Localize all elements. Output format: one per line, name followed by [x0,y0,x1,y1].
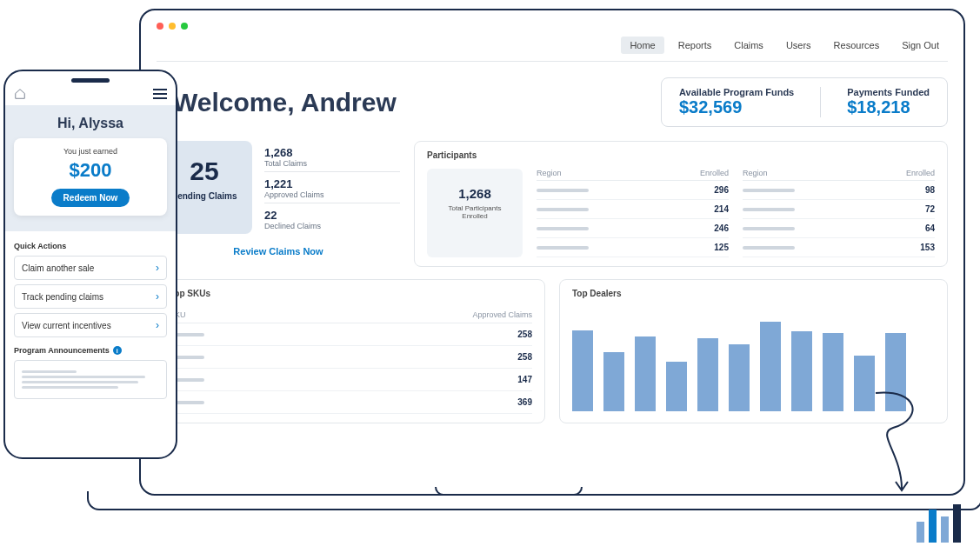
placeholder-bar [537,246,589,250]
top-skus-title: Top SKUs [170,289,532,298]
arrow-decoration-icon [841,384,928,497]
payments-funded-value: $18,218 [847,97,930,117]
available-funds-label: Available Program Funds [679,87,794,97]
nav-claims[interactable]: Claims [725,37,772,54]
greeting-hero: Hi, Alyssa You just earned $200 Redeem N… [5,105,176,231]
chevron-right-icon: › [156,262,159,274]
col-region: Region [743,169,768,177]
top-skus-panel: Top SKUs SKU Approved Claims 258 258 147… [157,279,545,423]
maximize-dot-icon[interactable] [181,23,188,30]
window-controls [157,23,948,30]
announcement-card[interactable] [14,360,167,399]
minimize-dot-icon[interactable] [169,23,176,30]
participants-title: Participants [427,150,935,160]
col-region: Region [537,169,562,177]
phone-notch [71,78,110,83]
top-dealers-title: Top Dealers [572,289,935,298]
stat-value: 1,268 [264,146,400,159]
region-table-1: Region Enrolled 296 214 246 125 [537,169,729,257]
total-participants: 1,268 Total Participants Enrolled [427,169,523,257]
dealer-bar [603,352,624,411]
placeholder-bar [743,246,795,250]
sku-value: 147 [517,375,532,384]
qa-label: View current incentives [22,321,111,330]
nav-users[interactable]: Users [777,37,820,54]
nav-signout[interactable]: Sign Out [893,37,948,54]
enrolled-value: 64 [925,223,935,233]
sku-row: 258 [170,323,532,346]
redeem-button[interactable]: Redeem Now [51,189,130,207]
home-icon[interactable] [14,88,26,100]
stat-declined-claims: 22 Declined Claims [264,203,400,234]
placeholder-bar [537,208,589,211]
qa-label: Track pending claims [22,292,103,302]
quick-actions-title: Quick Actions [14,242,167,250]
mini-chart-icon [917,504,961,543]
region-row: 125 [537,238,729,257]
enrolled-value: 98 [925,185,935,195]
close-dot-icon[interactable] [157,23,163,30]
dealer-bar [635,336,656,411]
sku-row: 258 [170,346,532,369]
region-row: 72 [743,200,935,219]
qa-claim-sale[interactable]: Claim another sale› [14,256,167,280]
top-nav: Home Reports Claims Users Resources Sign… [157,37,948,62]
claim-stats: 1,268 Total Claims 1,221 Approved Claims… [264,141,400,234]
chevron-right-icon: › [156,290,159,303]
region-row: 153 [743,238,935,257]
sku-row: 369 [170,391,532,414]
total-participants-value: 1,268 [436,186,514,201]
placeholder-bar [743,227,795,230]
nav-home[interactable]: Home [621,37,663,54]
dealer-bar [791,331,812,411]
col-enrolled: Enrolled [906,169,935,177]
menu-icon[interactable] [153,89,167,99]
earned-card: You just earned $200 Redeem Now [14,138,167,216]
stat-label: Approved Claims [264,190,400,199]
greeting-text: Hi, Alyssa [14,116,167,131]
dealer-bar [666,362,687,411]
dealer-bar [729,344,750,411]
chevron-right-icon: › [156,319,159,331]
funds-card: Available Program Funds $32,569 Payments… [661,77,948,127]
sku-row: 147 [170,369,532,391]
region-row: 214 [537,200,729,219]
available-funds: Available Program Funds $32,569 [679,87,794,117]
stat-value: 22 [264,209,400,222]
placeholder-bar [537,189,589,192]
sku-value: 258 [517,352,532,362]
dealer-bar [572,330,593,412]
sku-value: 369 [517,397,532,407]
placeholder-bar [537,227,589,230]
enrolled-value: 214 [714,204,729,214]
enrolled-value: 72 [925,204,935,214]
stat-total-claims: 1,268 Total Claims [264,141,400,172]
region-table-2: Region Enrolled 98 72 64 153 [743,169,935,257]
sku-value: 258 [517,330,532,339]
announcements-title: Program Announcements i [14,346,167,355]
participants-panel: Participants 1,268 Total Participants En… [414,141,948,267]
stat-value: 1,221 [264,177,400,190]
region-row: 246 [537,219,729,238]
dealer-bar [697,338,718,411]
total-participants-label: Total Participants Enrolled [436,204,514,220]
info-badge-icon: i [113,346,122,355]
nav-resources[interactable]: Resources [825,37,889,54]
qa-track-claims[interactable]: Track pending claims› [14,284,167,309]
claims-panel: 25 Pending Claims 1,268 Total Claims 1,2… [157,141,400,267]
nav-reports[interactable]: Reports [670,37,721,54]
region-row: 98 [743,181,935,200]
dealer-bar [760,322,781,411]
earned-value: $200 [23,159,158,182]
qa-view-incentives[interactable]: View current incentives› [14,313,167,337]
available-funds-value: $32,569 [679,97,794,117]
earned-label: You just earned [23,147,158,156]
divider [820,87,821,117]
header-row: Welcome, Andrew Available Program Funds … [157,77,948,127]
page-title: Welcome, Andrew [160,88,397,117]
review-claims-link[interactable]: Review Claims Now [157,246,400,257]
payments-funded: Payments Funded $18,218 [847,87,930,117]
enrolled-value: 246 [714,223,729,233]
placeholder-bar [743,208,795,211]
enrolled-value: 125 [714,243,729,252]
